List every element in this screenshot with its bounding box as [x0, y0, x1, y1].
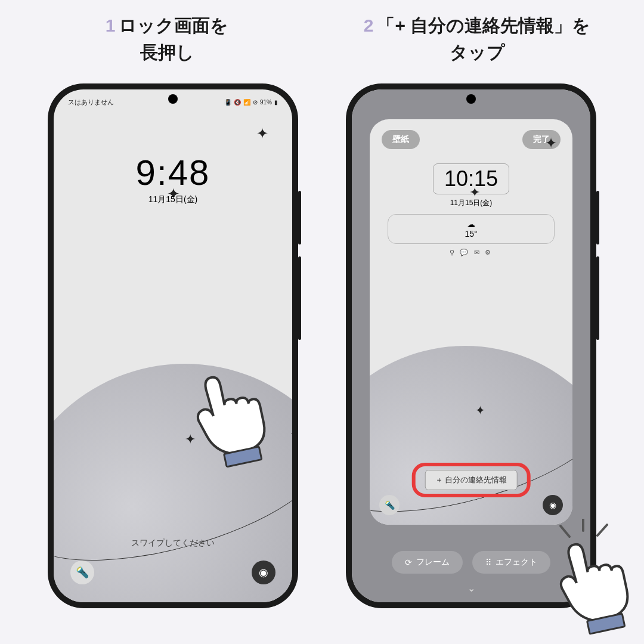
wallpaper-button[interactable]: 壁紙: [382, 130, 420, 149]
vibrate-icon: 📳: [224, 99, 231, 106]
effect-button[interactable]: ⠿ エフェクト: [472, 551, 550, 574]
clock-date: 11月15日(金): [54, 194, 292, 205]
svg-line-3: [597, 525, 607, 535]
settings-icon: ⚙: [485, 249, 493, 256]
lock-clock: 9:48 11月15日(金): [54, 152, 292, 205]
phone-side-button: [596, 191, 599, 244]
flashlight-button-mini[interactable]: 🔦: [379, 495, 400, 515]
status-icons: 📳 🔇 📶 ⊘ 91% ▮: [224, 99, 278, 106]
phone-side-button: [298, 256, 301, 340]
flashlight-icon: 🔦: [76, 566, 89, 579]
camera-button-mini[interactable]: ◉: [543, 495, 563, 515]
svg-line-1: [561, 526, 569, 537]
step-2-caption: 2「+ 自分の連絡先情報」を タップ: [334, 12, 620, 66]
step-2-title-b: タップ: [450, 42, 505, 62]
tap-hand-icon: [179, 358, 280, 471]
swipe-hint: スワイプしてください: [54, 538, 292, 549]
phone-side-button: [298, 191, 301, 244]
mail-icon: ✉: [474, 249, 481, 256]
notification-icons[interactable]: ⚲ 💬 ✉ ⚙: [370, 249, 572, 256]
cloud-icon: ☁: [467, 219, 475, 229]
flashlight-button[interactable]: 🔦: [70, 561, 94, 584]
step-1-caption: 1ロック画面を 長押し: [24, 12, 310, 66]
wallpaper-label: 壁紙: [392, 134, 409, 144]
add-contact-info-button[interactable]: ＋ 自分の連絡先情報: [425, 470, 518, 490]
weather-widget[interactable]: ☁ 15°: [388, 214, 555, 244]
lock-editor-preview[interactable]: ✦ ✦ ✦ 壁紙 完了 10:15 11月15日(金) ☁: [370, 119, 572, 525]
camera-button[interactable]: ◉: [252, 561, 275, 584]
front-camera: [168, 94, 178, 104]
add-contact-label: ＋ 自分の連絡先情報: [435, 475, 507, 484]
step-1-title-b: 長押し: [140, 42, 194, 62]
step-2-title-a: 「+ 自分の連絡先情報」を: [377, 16, 590, 35]
frame-label: フレーム: [416, 557, 450, 568]
frame-button[interactable]: ⟳ フレーム: [392, 551, 463, 574]
cluster-icon: ⠿: [485, 558, 491, 567]
battery-text: 91%: [260, 99, 272, 106]
sparkle-icon: ✦: [256, 125, 268, 142]
camera-icon: ◉: [549, 500, 556, 510]
tap-hand-icon: [543, 519, 644, 638]
missed-call-icon: ⚲: [450, 249, 456, 256]
sparkle-icon: ✦: [475, 403, 485, 417]
phone-1-screen[interactable]: ✦ ✦ ✦ スはありません 📳 🔇 📶 ⊘ 91% ▮ 9:48 11月15日(…: [54, 89, 292, 602]
clock-time: 9:48: [54, 152, 292, 193]
mute-icon: 🔇: [234, 99, 241, 106]
step-2-number: 2: [364, 16, 374, 35]
add-contact-info-wrap: ＋ 自分の連絡先情報: [425, 470, 518, 490]
camera-icon: ◉: [259, 566, 268, 579]
chevron-down-icon[interactable]: ⌄: [467, 583, 475, 594]
effect-label: エフェクト: [496, 557, 537, 568]
battery-icon: ▮: [274, 99, 278, 106]
phone-side-button: [596, 256, 599, 340]
rotate-icon: ⟳: [405, 558, 412, 567]
front-camera: [466, 94, 476, 104]
chat-icon: 💬: [460, 249, 470, 256]
wifi-icon: 📶: [243, 99, 250, 106]
flashlight-icon: 🔦: [385, 500, 395, 510]
sparkle-icon: ✦: [545, 135, 557, 151]
phone-1: ✦ ✦ ✦ スはありません 📳 🔇 📶 ⊘ 91% ▮ 9:48 11月15日(…: [48, 83, 298, 608]
step-1-title-a: ロック画面を: [119, 16, 228, 35]
no-sim-icon: ⊘: [253, 99, 258, 106]
step-1-number: 1: [106, 16, 116, 35]
sparkle-icon: ✦: [469, 185, 480, 200]
weather-temp: 15°: [465, 229, 477, 239]
status-text: スはありません: [68, 98, 114, 107]
